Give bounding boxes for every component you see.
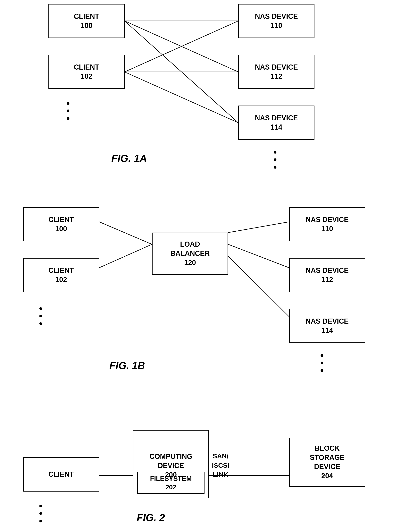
nas110b-node: NAS DEVICE110 <box>289 207 365 241</box>
san-link-label: SAN/ISCSILINK <box>212 451 229 479</box>
svg-line-2 <box>125 21 238 123</box>
blockstorage-node: BLOCKSTORAGEDEVICE204 <box>289 438 365 487</box>
svg-line-6 <box>99 222 152 244</box>
fig1a-label: FIG. 1A <box>111 152 147 164</box>
dots-left-fig2: ••• <box>39 502 43 525</box>
nas110-node: NAS DEVICE110 <box>238 4 315 38</box>
client100b-node: CLIENT100 <box>23 207 99 241</box>
fig2-label: FIG. 2 <box>137 512 165 523</box>
dots-right-fig1b: ••• <box>320 352 324 374</box>
nas112-node: NAS DEVICE112 <box>238 55 315 89</box>
svg-line-8 <box>228 222 289 233</box>
svg-line-1 <box>125 21 238 72</box>
svg-line-9 <box>228 244 289 268</box>
client-node: CLIENT <box>23 457 99 492</box>
client102-node: CLIENT102 <box>48 55 125 89</box>
dots-left-fig1a: ••• <box>66 100 70 122</box>
svg-line-3 <box>125 21 238 72</box>
dots-right-fig1a: ••• <box>273 149 277 171</box>
svg-line-7 <box>99 244 152 268</box>
nas114-node: NAS DEVICE114 <box>238 105 315 140</box>
dots-left-fig1b: ••• <box>39 305 43 327</box>
nas112b-node: NAS DEVICE112 <box>289 258 365 292</box>
client100-node: CLIENT100 <box>48 4 125 38</box>
fig1b-label: FIG. 1B <box>109 360 145 371</box>
client102b-node: CLIENT102 <box>23 258 99 292</box>
svg-line-5 <box>125 72 238 123</box>
loadbalancer-node: LOADBALANCER120 <box>152 233 228 275</box>
nas114b-node: NAS DEVICE114 <box>289 309 365 343</box>
computingdevice-node: COMPUTINGDEVICE200 FILESYSTEM202 <box>133 430 209 498</box>
svg-line-10 <box>228 256 289 317</box>
